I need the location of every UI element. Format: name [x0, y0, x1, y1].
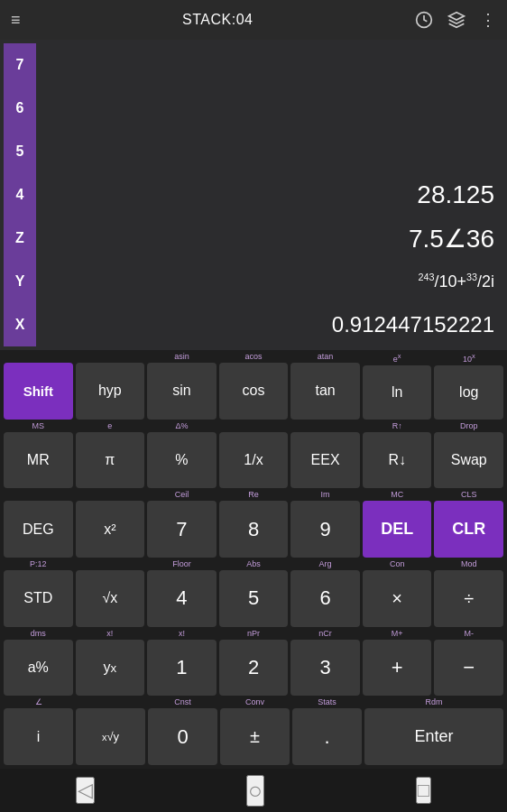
row-label-7: 7	[4, 43, 36, 87]
key-row-3: DEG x² Ceil 7 Re 8 Im 9 MC DEL CLS CLR	[4, 490, 503, 558]
plus-key[interactable]: +	[363, 640, 432, 697]
reciprocal-key[interactable]: 1/x	[219, 432, 289, 489]
swap-cell: Drop Swap	[434, 421, 503, 489]
divide-cell: Mod ÷	[434, 559, 503, 627]
eight-cell: Re 8	[219, 490, 289, 558]
hyp-cell: hyp	[76, 352, 145, 420]
four-cell: Floor 4	[147, 559, 217, 627]
xrooty-cell: x√y	[76, 697, 145, 765]
minus-key[interactable]: −	[434, 640, 503, 697]
display-row-5: 5	[0, 130, 507, 173]
del-key[interactable]: DEL	[363, 501, 432, 558]
two-cell: nPr 2	[219, 629, 289, 697]
nine-key[interactable]: 9	[290, 501, 360, 558]
key-row-1: Shift hyp asin sin acos cos atan tan ex …	[4, 352, 503, 420]
one-cell: x! 1	[147, 629, 217, 697]
pi-key[interactable]: π	[76, 432, 145, 489]
std-key[interactable]: STD	[4, 570, 73, 627]
row-label-y: Y	[4, 260, 36, 303]
five-cell: Abs 5	[219, 559, 289, 627]
xrooty-key[interactable]: x√y	[76, 708, 145, 765]
apercent-key[interactable]: a%	[4, 640, 73, 697]
eight-key[interactable]: 8	[219, 501, 289, 558]
display-row-7: 7	[0, 43, 507, 87]
mr-cell: MS MR	[4, 421, 73, 489]
cos-cell: acos cos	[219, 352, 289, 420]
more-icon[interactable]: ⋮	[480, 10, 496, 30]
display-row-z: Z 7.5∠36	[0, 217, 507, 260]
imaginary-key[interactable]: i	[4, 708, 73, 765]
imaginary-cell: ∠ i	[4, 697, 73, 765]
plus-cell: M+ +	[363, 629, 432, 697]
hyp-key[interactable]: hyp	[76, 363, 145, 420]
seven-key[interactable]: 7	[147, 501, 217, 558]
two-key[interactable]: 2	[219, 640, 289, 697]
key-row-5: dms a% x! yx x! 1 nPr 2 nCr 3 M+ + M- −	[4, 629, 503, 697]
display-row-x: X 0.912447152221	[0, 303, 507, 346]
clr-cell: CLS CLR	[434, 490, 503, 558]
multiply-key[interactable]: ×	[363, 570, 432, 627]
plusminus-key[interactable]: ±	[220, 708, 290, 765]
four-key[interactable]: 4	[147, 570, 217, 627]
recents-button[interactable]: □	[416, 777, 431, 804]
key-row-6: ∠ i x√y Cnst 0 Conv ± Stats . Rdm Enter	[4, 697, 503, 765]
keyboard: Shift hyp asin sin acos cos atan tan ex …	[0, 350, 507, 769]
deg-cell: DEG	[4, 490, 73, 558]
mr-key[interactable]: MR	[4, 432, 73, 489]
clock-icon[interactable]	[415, 11, 433, 29]
yx-key[interactable]: yx	[76, 640, 145, 697]
row-value-z: 7.5∠36	[36, 224, 503, 254]
clr-key[interactable]: CLR	[434, 501, 503, 558]
cos-key[interactable]: cos	[219, 363, 289, 420]
yx-cell: x! yx	[76, 629, 145, 697]
tan-key[interactable]: tan	[290, 363, 360, 420]
pi-cell: e π	[76, 421, 145, 489]
square-key[interactable]: x²	[76, 501, 145, 558]
stack-title: STACK:04	[182, 12, 253, 28]
five-key[interactable]: 5	[219, 570, 289, 627]
display-row-y: Y 243/10+33/2i	[0, 260, 507, 303]
row-label-4: 4	[4, 173, 36, 217]
home-button[interactable]: ○	[246, 775, 264, 807]
svg-marker-1	[449, 13, 465, 20]
back-button[interactable]: ◁	[76, 777, 95, 804]
tan-cell: atan tan	[290, 352, 360, 420]
std-cell: P:12 STD	[4, 559, 73, 627]
percent-cell: Δ% %	[147, 421, 217, 489]
shift-key[interactable]: Shift	[4, 363, 73, 420]
sqrt-key[interactable]: √x	[76, 570, 145, 627]
sin-cell: asin sin	[147, 352, 217, 420]
divide-key[interactable]: ÷	[434, 570, 503, 627]
row-value-y: 243/10+33/2i	[36, 272, 503, 291]
eex-key[interactable]: EEX	[290, 432, 360, 489]
key-row-4: P:12 STD √x Floor 4 Abs 5 Arg 6 Con × Mo…	[4, 559, 503, 627]
top-bar: ≡ STACK:04 ⋮	[0, 0, 507, 40]
six-key[interactable]: 6	[290, 570, 360, 627]
sin-key[interactable]: sin	[147, 363, 217, 420]
eex-cell: EEX	[290, 421, 360, 489]
log-cell: 10x log	[434, 352, 503, 420]
enter-key[interactable]: Enter	[364, 708, 503, 765]
nav-bar: ◁ ○ □	[0, 769, 507, 812]
del-cell: MC DEL	[363, 490, 432, 558]
one-key[interactable]: 1	[147, 640, 217, 697]
layers-icon[interactable]	[447, 11, 466, 29]
zero-key[interactable]: 0	[148, 708, 217, 765]
decimal-key[interactable]: .	[292, 708, 362, 765]
roll-down-key[interactable]: R↓	[363, 432, 432, 489]
three-key[interactable]: 3	[290, 640, 360, 697]
row-value-4: 28.125	[36, 180, 503, 209]
ln-key[interactable]: ln	[363, 365, 432, 420]
row-label-6: 6	[4, 87, 36, 130]
zero-cell: Cnst 0	[148, 697, 217, 765]
nine-cell: Im 9	[290, 490, 360, 558]
log-key[interactable]: log	[434, 365, 503, 420]
menu-icon[interactable]: ≡	[11, 11, 21, 30]
percent-key[interactable]: %	[147, 432, 217, 489]
decimal-cell: Stats .	[292, 697, 362, 765]
deg-key[interactable]: DEG	[4, 501, 73, 558]
display-row-4: 4 28.125	[0, 173, 507, 217]
row-label-5: 5	[4, 130, 36, 173]
display-area: 7 6 5 4 28.125 Z 7.5∠36 Y 243/10+33/2i X…	[0, 40, 507, 350]
swap-key[interactable]: Swap	[434, 432, 503, 489]
